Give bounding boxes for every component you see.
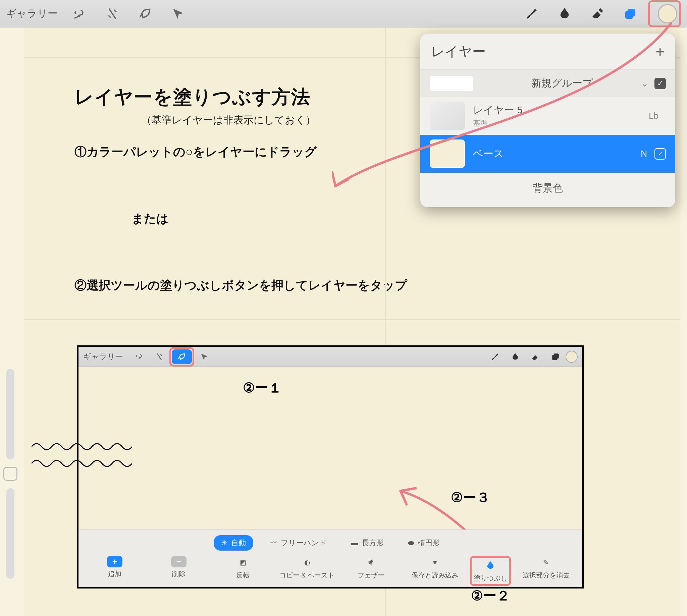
mode-label: 自動 [231, 538, 246, 548]
selection-toolbar: ☀ 自動 〰 フリーハンド ▬ 長方形 ⬬ 楕円形 + 追加 − [79, 529, 582, 587]
heart-icon: ♥ [429, 556, 442, 569]
embed-gallery[interactable]: ギャラリー [83, 351, 123, 362]
fill-highlight: 塗りつぶし [470, 556, 511, 586]
fill-icon [484, 559, 497, 572]
mode-ellipse[interactable]: ⬬ 楕円形 [401, 535, 447, 551]
background-label: 背景色 [533, 181, 563, 195]
top-toolbar: ギャラリー [0, 0, 687, 27]
layer-row-base[interactable]: ベース N ✓ [420, 135, 675, 173]
action-label: 削除 [172, 569, 186, 578]
action-invert[interactable]: ◩ 反転 [214, 556, 272, 586]
color-swatch-highlight [648, 0, 681, 27]
note-or: または [131, 211, 630, 227]
mode-label: 長方形 [362, 538, 384, 548]
layers-icon[interactable] [615, 3, 645, 24]
action-label: コピー & ペースト [279, 571, 335, 580]
wavy-line-2 [31, 457, 132, 469]
action-feather[interactable]: ✺ フェザー [342, 556, 400, 586]
embed-layers-icon[interactable] [545, 349, 565, 364]
clear-icon: ✎ [540, 556, 553, 569]
action-remove[interactable]: − 削除 [150, 556, 208, 586]
group-thumb [430, 76, 473, 91]
layer-name: ベース [473, 147, 641, 161]
embedded-screenshot: ギャラリー ②ー１ ②ー３ ☀ 自動 〰 フリーハンド [77, 345, 584, 589]
action-label: 追加 [108, 569, 122, 578]
smudge-icon[interactable] [550, 3, 580, 24]
annotation-2-3: ②ー３ [451, 488, 490, 507]
annotation-2-2: ②ー２ [471, 587, 510, 605]
annotation-2-1: ②ー１ [243, 379, 282, 397]
adjustments-icon[interactable] [97, 3, 127, 24]
mode-rect[interactable]: ▬ 長方形 [343, 535, 391, 551]
mode-auto[interactable]: ☀ 自動 [214, 535, 253, 551]
action-label: 選択部分を消去 [523, 571, 570, 580]
brush-icon[interactable] [517, 3, 547, 24]
mode-label: 楕円形 [417, 538, 440, 548]
embed-move-icon[interactable] [194, 349, 214, 364]
action-saveload[interactable]: ♥ 保存と読み込み [406, 556, 464, 586]
actions-icon[interactable] [64, 3, 94, 24]
wavy-line-1 [31, 441, 132, 453]
minus-icon: − [171, 556, 187, 567]
note-step2: ②選択ツールの塗りつぶしボタンを押してレイヤーをタップ [74, 277, 630, 294]
group-name: 新規グループ [484, 76, 641, 90]
action-label: 反転 [236, 571, 250, 580]
action-fill[interactable]: 塗りつぶし [474, 559, 507, 583]
layer-name: レイヤー 5 [473, 103, 649, 117]
embed-toolbar: ギャラリー [79, 347, 582, 367]
action-label: 塗りつぶし [474, 574, 507, 583]
eraser-icon[interactable] [582, 3, 613, 24]
group-visible-checkbox[interactable]: ✓ [654, 78, 666, 89]
freehand-icon: 〰 [270, 538, 277, 547]
embed-eraser-icon[interactable] [525, 349, 545, 364]
embed-brush-icon[interactable] [485, 349, 505, 364]
auto-mode-icon: ☀ [221, 538, 228, 547]
action-add[interactable]: + 追加 [86, 556, 144, 586]
opacity-slider[interactable] [6, 488, 15, 579]
feather-icon: ✺ [365, 556, 378, 569]
invert-icon: ◩ [236, 556, 249, 569]
side-dock [0, 369, 21, 579]
modify-button[interactable] [3, 467, 18, 481]
rect-icon: ▬ [351, 538, 358, 547]
layer-group-row[interactable]: 新規グループ ⌄ ✓ [420, 70, 675, 97]
copy-icon: ◐ [301, 556, 313, 569]
layer-subtitle: 基準 [473, 118, 649, 128]
layer-thumb [430, 102, 465, 130]
layer-blend-mode[interactable]: Lb [649, 111, 659, 121]
action-label: フェザー [358, 571, 384, 580]
svg-rect-1 [628, 9, 635, 17]
add-layer-button[interactable]: + [656, 43, 665, 61]
embed-color-swatch[interactable] [565, 351, 578, 363]
gallery-button[interactable]: ギャラリー [6, 7, 58, 20]
layer-thumb [430, 139, 465, 168]
svg-rect-3 [554, 353, 559, 358]
background-layer-row[interactable]: 背景色 [420, 173, 675, 204]
embed-smudge-icon[interactable] [505, 349, 525, 364]
brush-size-slider[interactable] [6, 369, 15, 459]
embed-actions-icon[interactable] [129, 349, 149, 364]
color-swatch[interactable] [658, 4, 677, 23]
mode-freehand[interactable]: 〰 フリーハンド [263, 535, 334, 551]
layer-blend-mode[interactable]: N [641, 149, 647, 159]
move-icon[interactable] [163, 3, 193, 24]
chevron-down-icon[interactable]: ⌄ [641, 78, 648, 89]
layer-visible-checkbox[interactable]: ✓ [654, 148, 666, 160]
ellipse-icon: ⬬ [408, 538, 414, 547]
embed-selection-icon[interactable] [172, 349, 192, 364]
layers-panel: レイヤー + 新規グループ ⌄ ✓ レイヤー 5 基準 Lb ベース N ✓ 背… [420, 34, 675, 207]
selection-icon[interactable] [130, 3, 160, 24]
embed-adjust-icon[interactable] [149, 349, 169, 364]
mode-label: フリーハンド [281, 538, 327, 548]
action-copypaste[interactable]: ◐ コピー & ペースト [278, 556, 336, 586]
plus-icon: + [107, 556, 123, 567]
layers-panel-title: レイヤー [431, 42, 486, 61]
action-label: 保存と読み込み [412, 571, 458, 580]
embed-selection-highlight [169, 347, 194, 367]
layer-row-5[interactable]: レイヤー 5 基準 Lb [420, 97, 675, 135]
action-clear[interactable]: ✎ 選択部分を消去 [517, 556, 575, 586]
